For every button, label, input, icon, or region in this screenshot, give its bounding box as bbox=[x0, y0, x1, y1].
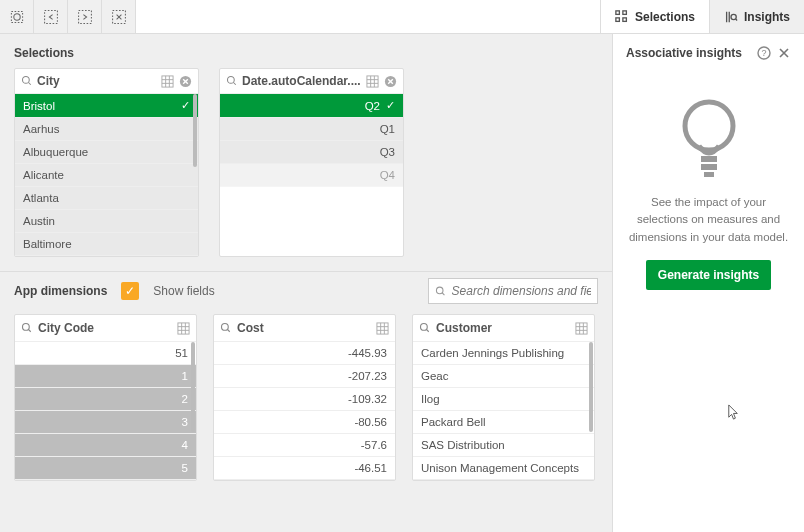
clear-filter-icon[interactable] bbox=[383, 74, 397, 88]
filter-item[interactable]: Q4 bbox=[220, 164, 403, 187]
top-toolbar: Selections Insights bbox=[0, 0, 804, 34]
filter-item[interactable]: Atlanta bbox=[15, 187, 198, 210]
svg-point-17 bbox=[23, 324, 30, 331]
filter-item[interactable]: Q1 bbox=[220, 118, 403, 141]
filter-item[interactable]: Baltimore bbox=[15, 233, 198, 256]
list-item[interactable]: Carden Jennings Publishing bbox=[413, 342, 594, 365]
search-icon[interactable] bbox=[226, 75, 238, 87]
help-icon[interactable]: ? bbox=[757, 46, 771, 60]
dimensions-label: App dimensions bbox=[14, 284, 107, 298]
filter-item[interactable]: Albuquerque bbox=[15, 141, 198, 164]
svg-rect-20 bbox=[377, 322, 388, 333]
svg-point-16 bbox=[436, 287, 443, 294]
list-item[interactable]: Geac bbox=[413, 365, 594, 388]
table-icon[interactable] bbox=[160, 74, 174, 88]
list-item[interactable]: -46.51 bbox=[214, 457, 395, 480]
filter-title: Date.autoCalendar.... bbox=[242, 74, 361, 88]
dimension-search[interactable] bbox=[428, 278, 598, 304]
filter-item[interactable]: Bristol bbox=[15, 94, 198, 118]
svg-rect-26 bbox=[701, 156, 717, 162]
svg-rect-18 bbox=[178, 322, 189, 333]
search-icon[interactable] bbox=[21, 322, 33, 334]
list-item[interactable]: Packard Bell bbox=[413, 411, 594, 434]
search-icon[interactable] bbox=[220, 322, 232, 334]
svg-point-13 bbox=[228, 77, 235, 84]
scrollbar[interactable] bbox=[193, 94, 197, 167]
svg-point-19 bbox=[222, 324, 229, 331]
smart-search-icon[interactable] bbox=[0, 0, 34, 33]
svg-rect-11 bbox=[161, 75, 172, 86]
scrollbar[interactable] bbox=[191, 342, 195, 432]
tab-selections[interactable]: Selections bbox=[600, 0, 709, 33]
card-title: Customer bbox=[436, 321, 570, 335]
filter-card-city: City Bristol Aarhus Albuquerque Alicante… bbox=[14, 68, 199, 257]
list-item[interactable]: -80.56 bbox=[214, 411, 395, 434]
svg-rect-0 bbox=[11, 11, 22, 22]
step-forward-icon[interactable] bbox=[68, 0, 102, 33]
insights-panel: Associative insights ? See the impact of… bbox=[612, 34, 804, 532]
dimension-search-input[interactable] bbox=[452, 284, 591, 298]
svg-rect-14 bbox=[366, 75, 377, 86]
list-item[interactable]: -445.93 bbox=[214, 342, 395, 365]
filter-item[interactable]: Aarhus bbox=[15, 118, 198, 141]
list-item[interactable]: Unison Management Concepts bbox=[413, 457, 594, 480]
tab-insights[interactable]: Insights bbox=[709, 0, 804, 33]
panel-title: Associative insights bbox=[626, 46, 751, 60]
close-icon[interactable] bbox=[777, 46, 791, 60]
clear-all-icon[interactable] bbox=[102, 0, 136, 33]
scrollbar[interactable] bbox=[589, 342, 593, 432]
svg-rect-5 bbox=[616, 10, 620, 14]
svg-rect-22 bbox=[576, 322, 587, 333]
svg-rect-6 bbox=[616, 17, 620, 21]
list-item[interactable]: Ilog bbox=[413, 388, 594, 411]
list-item[interactable]: 3 bbox=[15, 411, 196, 434]
svg-rect-27 bbox=[701, 164, 717, 170]
list-item[interactable]: 5 bbox=[15, 457, 196, 480]
dimension-card-citycode: City Code 51 1 2 3 4 5 bbox=[14, 314, 197, 481]
filter-item[interactable]: Q3 bbox=[220, 141, 403, 164]
svg-point-1 bbox=[13, 13, 19, 19]
table-icon[interactable] bbox=[575, 322, 588, 335]
list-item[interactable]: 1 bbox=[15, 365, 196, 388]
dimensions-bar: App dimensions ✓ Show fields bbox=[0, 271, 612, 314]
filter-title: City bbox=[37, 74, 156, 88]
search-icon[interactable] bbox=[419, 322, 431, 334]
svg-rect-3 bbox=[78, 10, 91, 23]
dimension-card-customer: Customer Carden Jennings Publishing Geac… bbox=[412, 314, 595, 481]
list-item[interactable]: 51 bbox=[15, 342, 196, 365]
clear-filter-icon[interactable] bbox=[178, 74, 192, 88]
filter-card-date: Date.autoCalendar.... Q2 Q1 Q3 Q4 bbox=[219, 68, 404, 257]
svg-point-25 bbox=[685, 102, 733, 150]
search-icon bbox=[435, 285, 447, 298]
lightbulb-icon bbox=[674, 96, 744, 180]
panel-description: See the impact of your selections on mea… bbox=[626, 194, 791, 246]
filter-item[interactable]: Alicante bbox=[15, 164, 198, 187]
card-title: City Code bbox=[38, 321, 172, 335]
table-icon[interactable] bbox=[177, 322, 190, 335]
svg-point-10 bbox=[23, 77, 30, 84]
svg-rect-7 bbox=[623, 10, 627, 14]
show-fields-checkbox[interactable]: ✓ bbox=[121, 282, 139, 300]
insights-icon bbox=[724, 10, 738, 24]
filter-item[interactable]: Austin bbox=[15, 210, 198, 233]
list-item[interactable]: 4 bbox=[15, 434, 196, 457]
list-item[interactable]: -109.32 bbox=[214, 388, 395, 411]
selections-icon bbox=[615, 10, 629, 24]
list-item[interactable]: -57.6 bbox=[214, 434, 395, 457]
list-item[interactable]: -207.23 bbox=[214, 365, 395, 388]
svg-rect-8 bbox=[623, 17, 627, 21]
table-icon[interactable] bbox=[365, 74, 379, 88]
generate-insights-button[interactable]: Generate insights bbox=[646, 260, 771, 290]
cursor-icon bbox=[727, 404, 740, 424]
svg-text:?: ? bbox=[761, 48, 766, 58]
step-back-icon[interactable] bbox=[34, 0, 68, 33]
table-icon[interactable] bbox=[376, 322, 389, 335]
list-item[interactable]: 2 bbox=[15, 388, 196, 411]
filter-item[interactable]: Q2 bbox=[220, 94, 403, 118]
show-fields-label: Show fields bbox=[153, 284, 214, 298]
svg-rect-28 bbox=[704, 172, 714, 177]
svg-point-21 bbox=[421, 324, 428, 331]
search-icon[interactable] bbox=[21, 75, 33, 87]
list-item[interactable]: SAS Distribution bbox=[413, 434, 594, 457]
dimension-card-cost: Cost -445.93 -207.23 -109.32 -80.56 -57.… bbox=[213, 314, 396, 481]
